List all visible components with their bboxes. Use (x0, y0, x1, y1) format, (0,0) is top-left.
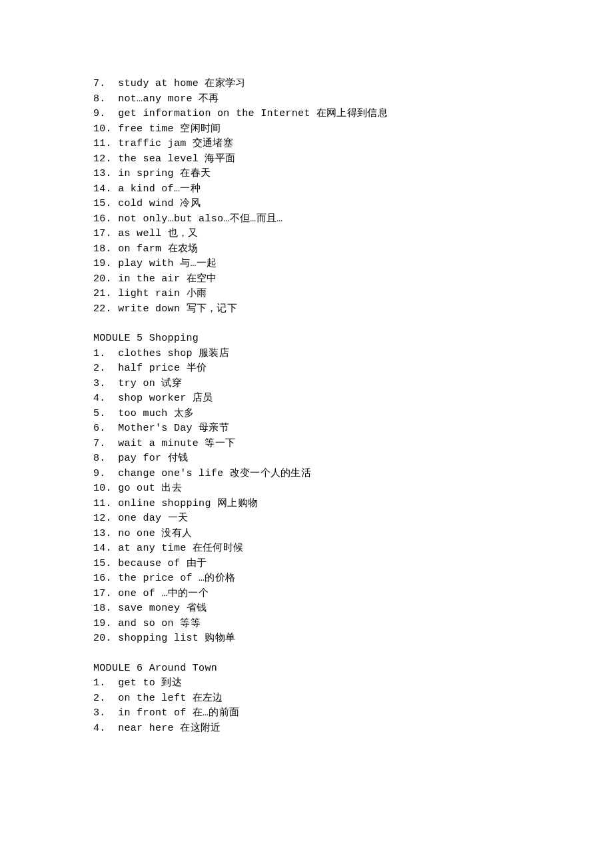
list-item: 2. on the left 在左边 (93, 691, 613, 707)
list-item: 12. one day 一天 (93, 511, 613, 527)
list-item: 13. no one 没有人 (93, 527, 613, 542)
list-item: 10. free time 空闲时间 (93, 122, 613, 137)
list-block: 7. study at home 在家学习8. not…any more 不再9… (93, 77, 613, 317)
list-item: 3. try on 试穿 (93, 377, 613, 392)
list-item: 6. Mother's Day 母亲节 (93, 421, 613, 437)
section-title: MODULE 6 Around Town (93, 661, 613, 677)
document-content: 7. study at home 在家学习8. not…any more 不再9… (93, 77, 613, 736)
list-item: 1. get to 到达 (93, 676, 613, 691)
list-item: 7. wait a minute 等一下 (93, 437, 613, 452)
page: 7. study at home 在家学习8. not…any more 不再9… (0, 0, 613, 868)
list-item: 13. in spring 在春天 (93, 167, 613, 182)
list-item: 17. as well 也，又 (93, 227, 613, 242)
list-item: 14. a kind of…一种 (93, 182, 613, 197)
list-item: 9. change one's life 改变一个人的生活 (93, 467, 613, 482)
list-item: 8. not…any more 不再 (93, 92, 613, 107)
list-block: MODULE 5 Shopping1. clothes shop 服装店2. h… (93, 331, 613, 647)
list-item: 4. near here 在这附近 (93, 721, 613, 737)
list-item: 4. shop worker 店员 (93, 391, 613, 407)
list-item: 20. shopping list 购物单 (93, 631, 613, 647)
list-item: 16. not only…but also…不但…而且… (93, 212, 613, 227)
list-item: 16. the price of …的价格 (93, 571, 613, 587)
list-item: 2. half price 半价 (93, 361, 613, 377)
list-item: 18. save money 省钱 (93, 601, 613, 617)
list-item: 19. play with 与…一起 (93, 257, 613, 272)
list-item: 20. in the air 在空中 (93, 272, 613, 287)
list-item: 10. go out 出去 (93, 481, 613, 497)
list-item: 11. online shopping 网上购物 (93, 497, 613, 512)
list-item: 7. study at home 在家学习 (93, 77, 613, 92)
list-item: 15. because of 由于 (93, 557, 613, 572)
list-item: 21. light rain 小雨 (93, 287, 613, 302)
list-item: 22. write down 写下，记下 (93, 302, 613, 317)
list-item: 12. the sea level 海平面 (93, 152, 613, 167)
list-item: 1. clothes shop 服装店 (93, 347, 613, 362)
list-item: 18. on farm 在农场 (93, 242, 613, 257)
list-item: 8. pay for 付钱 (93, 451, 613, 467)
list-item: 5. too much 太多 (93, 407, 613, 422)
list-item: 9. get information on the Internet 在网上得到… (93, 107, 613, 122)
list-item: 19. and so on 等等 (93, 617, 613, 632)
list-item: 11. traffic jam 交通堵塞 (93, 137, 613, 152)
list-item: 3. in front of 在…的前面 (93, 706, 613, 721)
list-item: 15. cold wind 冷风 (93, 197, 613, 212)
section-title: MODULE 5 Shopping (93, 331, 613, 347)
list-item: 14. at any time 在任何时候 (93, 541, 613, 557)
list-block: MODULE 6 Around Town1. get to 到达2. on th… (93, 661, 613, 737)
list-item: 17. one of …中的一个 (93, 587, 613, 602)
